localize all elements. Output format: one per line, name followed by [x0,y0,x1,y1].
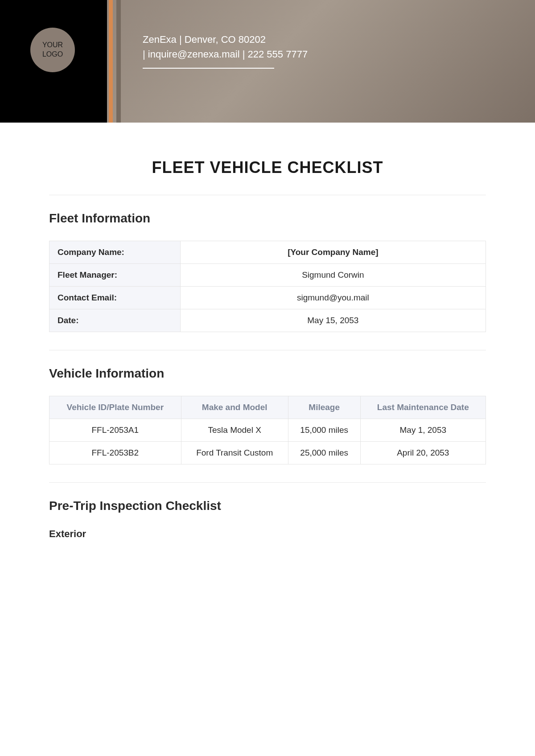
divider [49,482,486,483]
fleet-value: Sigmund Corwin [180,264,486,287]
fleet-value: May 15, 2053 [180,309,486,332]
header-underline [143,68,274,69]
document-content: FLEET VEHICLE CHECKLIST Fleet Informatio… [0,123,535,567]
document-header: YOUR LOGO ZenExa | Denver, CO 80202 | in… [0,0,535,123]
fleet-info-heading: Fleet Information [49,211,486,226]
cell: FFL-2053B2 [49,442,181,464]
table-header-row: Vehicle ID/Plate Number Make and Model M… [49,396,486,419]
cell: FFL-2053A1 [49,419,181,442]
cell: May 1, 2053 [360,419,486,442]
divider [49,350,486,350]
cell: Ford Transit Custom [181,442,288,464]
checklist-subsection: Exterior [49,528,486,540]
table-row: Contact Email: sigmund@you.mail [49,287,486,309]
fleet-info-table: Company Name: [Your Company Name] Fleet … [49,241,486,332]
header-company-info: ZenExa | Denver, CO 80202 | inquire@zene… [143,32,308,62]
fleet-value: [Your Company Name] [180,241,486,264]
fleet-label: Contact Email: [49,287,181,309]
vehicle-info-table: Vehicle ID/Plate Number Make and Model M… [49,396,486,464]
page-title: FLEET VEHICLE CHECKLIST [49,158,486,177]
table-row: Fleet Manager: Sigmund Corwin [49,264,486,287]
company-info-line1: ZenExa | Denver, CO 80202 [143,32,308,47]
divider-orange [109,0,113,123]
table-row: Company Name: [Your Company Name] [49,241,486,264]
cell: Tesla Model X [181,419,288,442]
divider-gray [116,0,121,123]
fleet-label: Date: [49,309,181,332]
col-header: Last Maintenance Date [360,396,486,419]
cell: 15,000 miles [288,419,360,442]
company-info-line2: | inquire@zenexa.mail | 222 555 7777 [143,47,308,62]
col-header: Vehicle ID/Plate Number [49,396,181,419]
logo-placeholder: YOUR LOGO [30,28,75,72]
table-row: Date: May 15, 2053 [49,309,486,332]
fleet-label: Company Name: [49,241,181,264]
col-header: Mileage [288,396,360,419]
checklist-heading: Pre-Trip Inspection Checklist [49,499,486,513]
cell: April 20, 2053 [360,442,486,464]
logo-text-line2: LOGO [42,50,63,59]
logo-text-line1: YOUR [42,41,63,50]
table-row: FFL-2053B2 Ford Transit Custom 25,000 mi… [49,442,486,464]
vehicle-info-heading: Vehicle Information [49,366,486,381]
cell: 25,000 miles [288,442,360,464]
fleet-value: sigmund@you.mail [180,287,486,309]
table-row: FFL-2053A1 Tesla Model X 15,000 miles Ma… [49,419,486,442]
divider [49,195,486,195]
fleet-label: Fleet Manager: [49,264,181,287]
col-header: Make and Model [181,396,288,419]
